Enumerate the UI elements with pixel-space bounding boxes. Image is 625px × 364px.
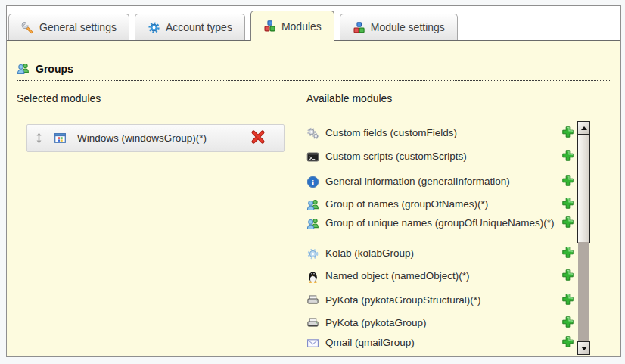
mail-icon <box>306 337 319 350</box>
module-label: Kolab (kolabGroup) <box>325 247 414 260</box>
add-module-button[interactable] <box>561 316 574 331</box>
modules-icon <box>263 20 276 33</box>
svg-text:i: i <box>312 177 314 186</box>
info-icon: i <box>306 176 319 188</box>
add-module-button[interactable] <box>561 216 574 231</box>
plus-icon <box>561 174 574 189</box>
tab-label: Module settings <box>371 21 445 33</box>
available-module-row: iGeneral information (generalInformation… <box>306 174 574 189</box>
plus-icon <box>561 216 574 231</box>
tab-bar: General settings Account types Modules <box>7 6 620 41</box>
module-label: Named object (namedObject)(*) <box>325 270 470 282</box>
plus-icon <box>561 126 574 141</box>
section-header-groups: Groups <box>17 62 611 81</box>
tab-modules[interactable]: Modules <box>250 11 334 41</box>
available-module-row: Group of unique names (groupOfUniqueName… <box>306 216 574 231</box>
tab-label: Account types <box>166 21 232 33</box>
terminal-icon <box>306 151 319 163</box>
printer-icon <box>306 294 319 307</box>
plus-icon <box>561 197 574 212</box>
selected-modules-heading: Selected modules <box>17 92 101 104</box>
printer-icon <box>306 317 319 330</box>
available-module-row: Qmail (qmailGroup) <box>306 335 574 350</box>
groups-icon <box>306 217 319 230</box>
scroll-track[interactable] <box>578 242 589 341</box>
wrench-icon <box>21 21 34 34</box>
selected-module-row: Windows (windowsGroup)(*) <box>26 124 285 152</box>
available-module-row: PyKota (pykotaGroupStructural)(*) <box>306 293 574 308</box>
module-label: Qmail (qmailGroup) <box>325 337 415 349</box>
delete-icon <box>250 129 266 147</box>
plus-icon <box>561 246 574 261</box>
scroll-thumb[interactable] <box>577 134 590 243</box>
module-label: PyKota (pykotaGroupStructural)(*) <box>325 294 481 306</box>
add-module-button[interactable] <box>561 174 574 189</box>
module-label: Custom scripts (customScripts) <box>325 151 467 163</box>
add-module-button[interactable] <box>561 149 574 164</box>
add-module-button[interactable] <box>561 246 574 261</box>
module-label: Windows (windowsGroup)(*) <box>77 132 250 144</box>
available-module-row: Kolab (kolabGroup) <box>306 246 574 261</box>
groups-icon <box>306 198 319 211</box>
drag-handle-icon[interactable] <box>36 132 42 144</box>
scroll-down-button[interactable] <box>577 341 590 355</box>
gear-icon <box>148 21 160 34</box>
plus-icon <box>561 316 574 331</box>
add-module-button[interactable] <box>561 293 574 308</box>
remove-module-button[interactable] <box>250 129 266 147</box>
plus-icon <box>561 269 574 284</box>
tab-general-settings[interactable]: General settings <box>8 14 129 40</box>
available-module-row: Custom scripts (customScripts) <box>306 149 574 164</box>
windows-icon <box>54 132 67 145</box>
tab-label: General settings <box>39 21 117 33</box>
available-modules-heading: Available modules <box>306 92 392 104</box>
tab-module-settings[interactable]: Module settings <box>340 14 458 40</box>
triangle-up-icon <box>581 126 587 130</box>
modules-tab-content: Groups Selected modules Available module… <box>7 41 620 356</box>
available-module-row: PyKota (pykotaGroup) <box>306 316 574 331</box>
module-label: Group of names (groupOfNames)(*) <box>325 198 488 210</box>
module-label: Group of unique names (groupOfUniqueName… <box>325 217 554 229</box>
tux-icon <box>306 270 319 283</box>
gears-icon <box>306 127 319 140</box>
plus-icon <box>561 149 574 164</box>
plus-icon <box>561 293 574 308</box>
tab-label: Modules <box>281 20 322 33</box>
module-label: PyKota (pykotaGroup) <box>325 317 427 329</box>
add-module-button[interactable] <box>561 335 574 350</box>
triangle-down-icon <box>581 347 587 350</box>
kolab-gear-icon <box>306 247 319 260</box>
available-module-row: Custom fields (customFields) <box>306 126 574 141</box>
available-module-row: Named object (namedObject)(*) <box>306 269 574 284</box>
add-module-button[interactable] <box>561 269 574 284</box>
add-module-button[interactable] <box>561 126 574 141</box>
tab-account-types[interactable]: Account types <box>135 14 245 40</box>
module-label: General information (generalInformation) <box>325 176 510 188</box>
plus-icon <box>561 335 574 350</box>
section-title: Groups <box>36 63 73 75</box>
groups-icon <box>17 62 30 75</box>
modules-icon <box>353 21 365 34</box>
settings-panel: General settings Account types Modules <box>6 5 621 357</box>
available-modules-scrollbar[interactable] <box>577 121 590 355</box>
module-label: Custom fields (customFields) <box>325 127 457 139</box>
scroll-up-button[interactable] <box>577 121 590 135</box>
available-module-row: Group of names (groupOfNames)(*) <box>306 197 574 212</box>
add-module-button[interactable] <box>561 197 574 212</box>
